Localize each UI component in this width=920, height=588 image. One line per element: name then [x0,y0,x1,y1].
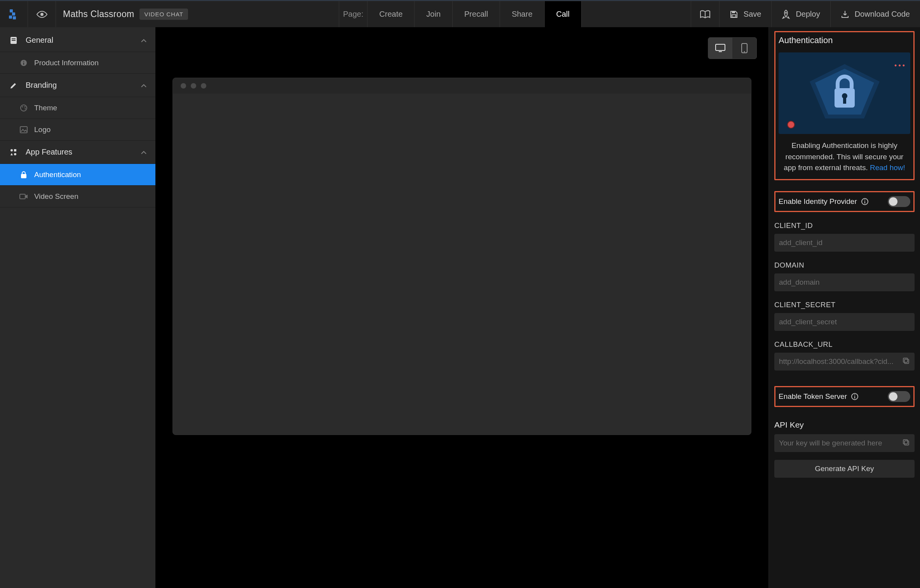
project-title: Maths Classroom [63,9,134,19]
client-secret-input[interactable] [779,318,910,326]
svg-rect-43 [904,441,909,445]
window-dot [201,83,206,89]
copy-icon[interactable] [902,438,910,448]
callback-url-input[interactable] [779,357,899,366]
device-mobile-button[interactable] [732,38,756,59]
svg-point-17 [24,106,26,107]
sidebar-header-general[interactable]: General [0,29,155,52]
project-title-area: Maths Classroom VIDEO CHAT [56,9,195,20]
svg-rect-44 [903,440,908,444]
svg-rect-41 [854,396,855,398]
sidebar-items-app-features: Authentication Video Screen [0,164,155,207]
read-how-link[interactable]: Read how! [870,164,905,172]
sidebar-header-branding-label: Branding [26,81,57,90]
palette-icon [17,104,30,112]
chevron-up-icon [141,148,147,157]
tab-call[interactable]: Call [544,1,582,27]
sidebar-item-theme[interactable]: Theme [0,97,155,119]
tab-share[interactable]: Share [500,1,544,27]
docs-button[interactable] [691,1,719,27]
book-icon [700,10,711,19]
domain-input[interactable] [779,278,910,287]
svg-rect-13 [23,63,24,65]
svg-marker-22 [10,153,13,155]
preview-toggle[interactable] [28,1,56,28]
tab-join[interactable]: Join [414,1,452,27]
svg-point-18 [25,108,26,109]
field-api-key [774,434,915,452]
sidebar-header-app-features[interactable]: App Features [0,141,155,164]
auth-hero-section: Authentication ••• [774,31,915,180]
field-client-secret: CLIENT_SECRET [774,301,915,331]
field-client-id: CLIENT_ID [774,221,915,252]
field-label: CLIENT_SECRET [774,301,915,309]
sidebar-item-label: Authentication [34,170,81,179]
sidebar-item-authentication[interactable]: Authentication [0,164,155,186]
sidebar-header-branding[interactable]: Branding [0,74,155,97]
api-key-input[interactable] [779,439,899,447]
logo-icon [8,9,20,20]
svg-point-4 [40,13,44,16]
svg-rect-0 [10,9,13,12]
device-desktop-button[interactable] [708,38,732,59]
auth-hero-image: ••• [779,52,910,134]
svg-rect-6 [732,11,735,13]
hero-dots-icon: ••• [894,62,906,70]
client-id-input[interactable] [779,238,910,247]
app-root: Maths Classroom VIDEO CHAT Page: Create … [0,0,920,588]
sidebar-item-label: Logo [34,125,51,134]
lock-icon [17,171,30,179]
image-icon [17,126,30,133]
svg-rect-7 [732,15,736,17]
generate-api-key-button[interactable]: Generate API Key [774,460,915,478]
field-label: CALLBACK_URL [774,340,915,349]
info-icon [17,59,30,67]
svg-point-16 [22,106,23,107]
eye-icon [36,10,48,18]
download-code-label: Download Code [855,10,910,19]
api-key-title: API Key [774,420,915,430]
tab-create[interactable]: Create [367,1,414,27]
chevron-up-icon [141,36,147,45]
sidebar-items-branding: Theme Logo [0,97,155,141]
info-icon[interactable] [861,198,869,205]
window-dot [181,83,186,89]
top-bar-right: Save Deploy Download Code [691,1,920,27]
sidebar-section-branding: Branding Theme [0,74,155,141]
sidebar-item-video-screen[interactable]: Video Screen [0,186,155,207]
sidebar-item-label: Product Information [34,59,99,67]
hero-avatar-icon [787,121,795,129]
tab-precall[interactable]: Precall [452,1,500,27]
doc-icon [9,36,19,45]
sidebar-item-logo[interactable]: Logo [0,119,155,141]
device-toggle [708,37,757,59]
window-chrome [173,78,751,94]
svg-rect-21 [14,149,16,151]
video-icon [17,193,30,200]
field-callback-url: CALLBACK_URL [774,340,915,371]
sidebar-item-label: Theme [34,104,57,112]
deploy-button[interactable]: Deploy [771,1,830,27]
app-logo[interactable] [0,1,28,28]
top-bar: Maths Classroom VIDEO CHAT Page: Create … [0,1,920,27]
sidebar-item-product-information[interactable]: Product Information [0,52,155,74]
svg-rect-14 [23,61,24,62]
sidebar-items-general: Product Information [0,52,155,74]
save-button-label: Save [744,10,761,19]
deploy-button-label: Deploy [796,10,820,19]
svg-point-20 [10,149,13,151]
copy-icon[interactable] [902,357,910,366]
enable-token-server-toggle[interactable] [888,391,910,402]
save-button[interactable]: Save [719,1,772,27]
info-icon[interactable] [851,393,859,400]
sidebar-section-app-features: App Features Authentication [0,141,155,207]
sidebar-header-general-label: General [26,36,53,45]
download-code-button[interactable]: Download Code [830,1,920,27]
page-tabs: Page: Create Join Precall Share Call [339,1,582,27]
enable-idp-row: Enable Identity Provider [774,191,915,212]
enable-idp-toggle[interactable] [888,196,910,207]
canvas-area [155,27,768,588]
svg-rect-27 [719,51,722,52]
svg-rect-39 [903,358,908,362]
left-sidebar: General Product Information [0,27,155,588]
